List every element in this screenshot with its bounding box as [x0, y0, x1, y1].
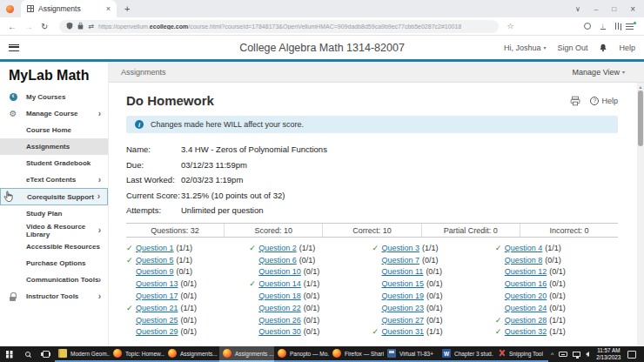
sidebar-item-icon — [6, 288, 20, 305]
question-link[interactable]: Question 23 — [382, 304, 425, 312]
sidebar-item[interactable]: eText Contents › — [0, 171, 108, 188]
question-link[interactable]: Question 12 — [505, 267, 547, 276]
help-button[interactable]: ?Help — [590, 97, 618, 105]
reload-button[interactable]: ↻ — [41, 22, 48, 31]
question-link[interactable]: Question 17 — [136, 292, 178, 300]
bookmark-star-icon[interactable]: ☆ — [506, 22, 513, 30]
question-link[interactable]: Question 22 — [258, 304, 301, 312]
taskbar-app-button[interactable]: Snipping Tool — [493, 346, 548, 362]
question-link[interactable]: Question 4 — [505, 244, 543, 252]
taskbar-search-button[interactable] — [18, 346, 37, 362]
question-link[interactable]: Question 28 — [505, 316, 547, 325]
sidebar-item[interactable]: Corequisite Support › — [0, 188, 108, 205]
question-link[interactable]: Question 24 — [505, 304, 547, 312]
url-bar[interactable]: ⇄ https://openvellum.ecollege.com/course… — [59, 20, 499, 33]
question-link[interactable]: Question 19 — [382, 292, 425, 300]
start-button[interactable] — [0, 346, 18, 362]
hamburger-menu-icon[interactable] — [9, 44, 19, 51]
browser-tab-assignments[interactable]: Assignments × — [21, 0, 117, 17]
taskbar-app-button[interactable]: Chapter 3 stud... — [439, 346, 493, 362]
extensions-menu-icon[interactable] — [626, 23, 634, 30]
sidebar-item[interactable]: Video & Resource Library › — [0, 222, 108, 238]
library-icon[interactable] — [615, 23, 617, 30]
question-link[interactable]: Question 15 — [382, 279, 425, 288]
printer-icon[interactable] — [570, 96, 580, 106]
tray-expand-chevron-icon[interactable]: ^ — [551, 352, 553, 358]
question-link[interactable]: Question 21 — [136, 304, 178, 312]
question-link[interactable]: Question 30 — [258, 327, 301, 336]
question-link[interactable]: Question 3 — [382, 244, 420, 252]
swap-arrows-icon[interactable]: ⇄ — [88, 23, 94, 30]
taskbar-app-button[interactable]: Modern Geom... — [55, 346, 110, 362]
taskbar-app-button[interactable]: Virtual TI-83+ — [384, 346, 439, 362]
question-link[interactable]: Question 29 — [136, 327, 178, 336]
question-link[interactable]: Question 27 — [382, 316, 425, 325]
url-text[interactable]: https://openvellum.ecollege.com/course.h… — [98, 23, 461, 30]
forward-button[interactable]: → — [24, 22, 33, 31]
question-link[interactable]: Question 20 — [505, 292, 547, 300]
question-link[interactable]: Question 6 — [258, 256, 297, 265]
sidebar-item[interactable]: Communication Tools › — [0, 272, 108, 288]
downloads-icon[interactable]: ↓ — [600, 23, 606, 30]
question-link[interactable]: Question 32 — [505, 327, 547, 336]
app-header: College Algebra Math 1314-82007 Hi, Josh… — [0, 36, 644, 62]
taskbar-clock[interactable]: 11:57 AM 2/13/2023 — [596, 347, 621, 360]
window-maximize-button[interactable]: □ — [612, 5, 616, 13]
scroll-up-arrow-icon[interactable]: ▲ — [637, 83, 644, 90]
firefox-logo-icon[interactable] — [6, 5, 14, 13]
sidebar-item[interactable]: My Courses › — [0, 89, 108, 105]
sidebar-item[interactable]: Assignments › — [0, 138, 108, 155]
taskbar-app-button[interactable]: Firefox — Shari... — [329, 346, 384, 362]
lock-icon[interactable] — [77, 22, 84, 30]
question-link[interactable]: Question 14 — [258, 279, 301, 288]
sidebar-item[interactable]: Accessible Resources › — [0, 238, 108, 255]
sign-out-link[interactable]: Sign Out — [557, 44, 587, 52]
display-icon[interactable] — [573, 352, 580, 357]
question-link[interactable]: Question 16 — [505, 279, 547, 288]
question-link[interactable]: Question 13 — [136, 279, 178, 288]
new-tab-button[interactable]: + — [124, 3, 130, 14]
sidebar-item[interactable]: Purchase Options › — [0, 255, 108, 272]
question-link[interactable]: Question 8 — [505, 256, 543, 265]
question-link[interactable]: Question 5 — [136, 256, 174, 265]
question-link[interactable]: Question 18 — [258, 292, 301, 300]
sidebar-item[interactable]: Course Home › — [0, 122, 108, 138]
taskbar-app-icon — [332, 349, 341, 358]
question-link[interactable]: Question 11 — [382, 267, 424, 276]
tab-list-chevron-icon[interactable]: ∨ — [575, 5, 580, 13]
bell-icon[interactable] — [599, 44, 607, 52]
question-link[interactable]: Question 1 — [136, 244, 174, 252]
window-minimize-button[interactable]: – — [594, 5, 598, 13]
sidebar-item[interactable]: Manage Course › — [0, 105, 108, 122]
scrollbar-thumb[interactable] — [638, 90, 643, 146]
tab-close-icon[interactable]: × — [106, 4, 111, 13]
task-view-button[interactable] — [37, 346, 55, 362]
user-greeting[interactable]: Hi, Joshua▾ — [504, 44, 547, 52]
page-actions-icon[interactable] — [584, 23, 591, 30]
question-link[interactable]: Question 7 — [382, 256, 420, 265]
breadcrumb[interactable]: Assignments — [121, 68, 166, 77]
question-link[interactable]: Question 31 — [382, 327, 425, 336]
sidebar-item[interactable]: Instructor Tools › — [0, 288, 108, 305]
keyboard-icon[interactable] — [559, 352, 567, 357]
shield-icon[interactable] — [66, 22, 73, 30]
question-cell: ✓ Question 4 (1/1) — [495, 242, 618, 254]
sidebar-item[interactable]: Student Gradebook › — [0, 155, 108, 171]
taskbar-app-button[interactable]: Topic: Homew... — [110, 346, 164, 362]
manage-view-dropdown[interactable]: Manage View▾ — [573, 68, 632, 77]
question-link[interactable]: Question 26 — [258, 316, 301, 325]
question-link[interactable]: Question 10 — [258, 267, 301, 276]
sidebar-item[interactable]: Study Plan › — [0, 205, 108, 222]
question-link[interactable]: Question 9 — [136, 267, 174, 276]
taskbar-app-button[interactable]: Assignments... — [164, 346, 219, 362]
question-link[interactable]: Question 25 — [136, 316, 178, 325]
speaker-icon[interactable] — [586, 352, 589, 357]
taskbar-app-button[interactable]: Assignments ... — [219, 346, 274, 362]
back-button[interactable]: ← — [8, 22, 17, 31]
taskbar-app-button[interactable]: Panopto — Mo... — [274, 346, 329, 362]
vertical-scrollbar[interactable]: ▲ — [637, 83, 644, 346]
action-center-icon[interactable] — [627, 351, 636, 359]
question-link[interactable]: Question 2 — [258, 244, 297, 252]
help-link[interactable]: Help — [619, 44, 635, 52]
window-close-button[interactable]: × — [630, 4, 635, 14]
